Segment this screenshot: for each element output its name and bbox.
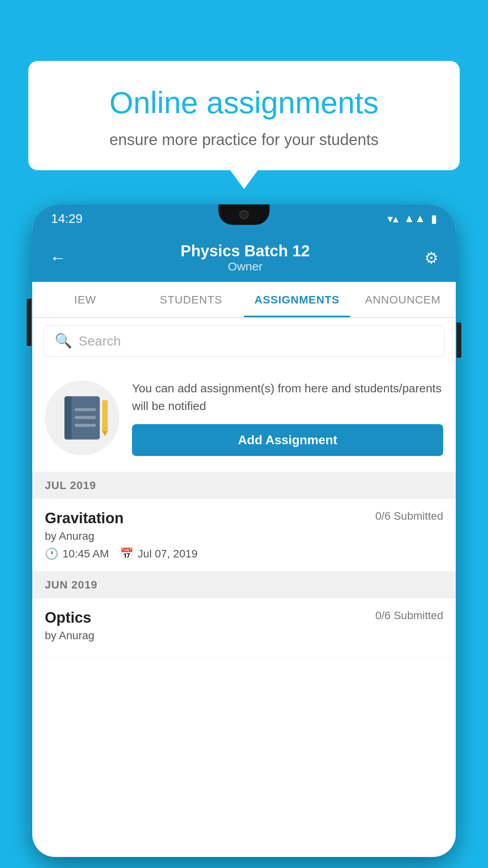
wifi-icon: ▾▴: [387, 212, 398, 225]
section-month-jun: JUN 2019: [45, 579, 97, 591]
speech-bubble-subtitle: ensure more practice for your students: [56, 131, 432, 149]
header-title-group: Physics Batch 12 Owner: [180, 242, 310, 273]
phone-screen: 14:29 ▾▴ ▲▲ ▮ ← Physics Batch 12 Owner ⚙: [32, 204, 456, 857]
assignment-by-gravitation: by Anurag: [45, 530, 443, 542]
app-header: ← Physics Batch 12 Owner ⚙: [32, 233, 456, 282]
status-icons: ▾▴ ▲▲ ▮: [387, 212, 437, 225]
assignment-title-optics: Optics: [45, 609, 91, 626]
settings-icon[interactable]: ⚙: [424, 249, 438, 267]
notch-camera: [239, 210, 249, 219]
phone-outer: 14:29 ▾▴ ▲▲ ▮ ← Physics Batch 12 Owner ⚙: [32, 204, 456, 857]
tabs-bar: IEW STUDENTS ASSIGNMENTS ANNOUNCEM: [32, 282, 456, 318]
meta-time-gravitation: 🕐 10:45 AM: [45, 547, 109, 560]
notebook-spine: [64, 396, 72, 440]
assignment-meta-gravitation: 🕐 10:45 AM 📅 Jul 07, 2019: [45, 547, 443, 560]
tab-announcements[interactable]: ANNOUNCEM: [350, 282, 456, 317]
header-title: Physics Batch 12: [180, 242, 310, 260]
assignment-icon-circle: [45, 381, 119, 455]
section-header-jun: JUN 2019: [32, 572, 456, 598]
calendar-icon: 📅: [120, 547, 134, 560]
meta-date-gravitation: 📅 Jul 07, 2019: [120, 547, 198, 560]
add-assignment-section: You can add assignment(s) from here and …: [32, 364, 456, 472]
speech-bubble-title: Online assignments: [56, 85, 432, 121]
tab-assignments[interactable]: ASSIGNMENTS: [244, 282, 350, 317]
back-button[interactable]: ←: [50, 248, 66, 267]
assignment-date-gravitation: Jul 07, 2019: [138, 548, 198, 560]
phone-mockup: 14:29 ▾▴ ▲▲ ▮ ← Physics Batch 12 Owner ⚙: [32, 204, 456, 868]
header-subtitle: Owner: [180, 260, 310, 273]
notebook-icon: [64, 396, 100, 440]
status-bar: 14:29 ▾▴ ▲▲ ▮: [32, 204, 456, 233]
speech-bubble-container: Online assignments ensure more practice …: [28, 61, 460, 170]
assignment-item-gravitation[interactable]: Gravitation 0/6 Submitted by Anurag 🕐 10…: [32, 499, 456, 572]
section-header-jul: JUL 2019: [32, 472, 456, 499]
add-assignment-button[interactable]: Add Assignment: [132, 424, 443, 456]
assignment-by-optics: by Anurag: [45, 629, 443, 642]
assignment-submitted-optics: 0/6 Submitted: [375, 609, 443, 622]
search-icon: 🔍: [55, 333, 72, 349]
assignment-item-optics[interactable]: Optics 0/6 Submitted by Anurag: [32, 598, 456, 658]
tab-iew[interactable]: IEW: [32, 282, 138, 317]
search-bar[interactable]: 🔍 Search: [43, 325, 445, 357]
status-time: 14:29: [51, 211, 83, 226]
assignment-title-gravitation: Gravitation: [45, 510, 124, 527]
assignment-submitted-gravitation: 0/6 Submitted: [375, 510, 443, 522]
clock-icon: 🕐: [45, 547, 59, 560]
assignment-item-optics-row1: Optics 0/6 Submitted: [45, 609, 443, 626]
notch: [218, 204, 270, 225]
assignment-time-gravitation: 10:45 AM: [62, 548, 109, 560]
search-placeholder: Search: [79, 333, 121, 349]
notebook-line1: [75, 408, 96, 411]
add-assignment-right: You can add assignment(s) from here and …: [132, 379, 443, 456]
add-assignment-description: You can add assignment(s) from here and …: [132, 379, 443, 415]
pencil-tip: [102, 431, 108, 436]
search-container: 🔍 Search: [32, 318, 456, 364]
assignment-icon-inner: [64, 396, 100, 440]
notebook-line2: [75, 416, 96, 419]
tab-students[interactable]: STUDENTS: [138, 282, 244, 317]
notebook-line3: [75, 424, 96, 427]
section-month-jul: JUL 2019: [45, 479, 96, 491]
speech-bubble: Online assignments ensure more practice …: [28, 61, 460, 170]
signal-icon: ▲▲: [404, 212, 426, 225]
assignment-item-row1: Gravitation 0/6 Submitted: [45, 510, 443, 527]
battery-icon: ▮: [431, 212, 437, 225]
pencil-icon: [102, 400, 108, 432]
